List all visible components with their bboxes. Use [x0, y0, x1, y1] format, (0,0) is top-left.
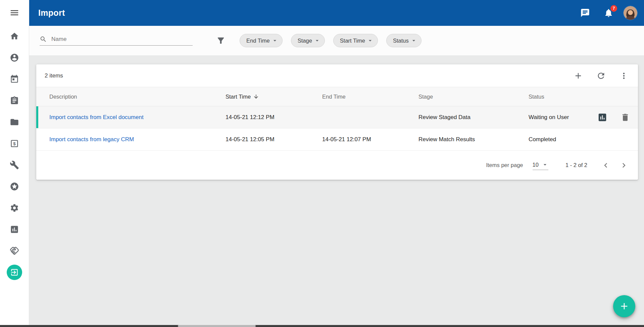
search-icon	[40, 36, 47, 43]
menu-toggle-button[interactable]	[0, 0, 29, 25]
pagination-range: 1 - 2 of 2	[565, 162, 587, 168]
scrollbar-thumb[interactable]	[178, 325, 256, 327]
more-options-button[interactable]	[619, 71, 629, 80]
cell-end-time: 14-05-21 12:07 PM	[322, 136, 418, 143]
sidebar-item-partners[interactable]	[0, 240, 29, 262]
chevron-down-icon	[271, 37, 278, 44]
pagination-bar: Items per page 10 1 - 2 of 2	[36, 151, 638, 180]
cell-stage: Review Match Results	[418, 136, 529, 143]
previous-page-button[interactable]	[601, 161, 610, 170]
sidebar-item-favorites[interactable]	[0, 176, 29, 197]
table-row[interactable]: Import contacts from Excel document 14-0…	[36, 106, 638, 128]
column-header-description[interactable]: Description	[49, 94, 226, 100]
clipboard-icon	[10, 96, 19, 105]
sidebar-item-settings[interactable]	[0, 197, 29, 219]
filter-button[interactable]	[216, 36, 226, 45]
funnel-icon	[216, 36, 226, 45]
wrench-icon	[10, 160, 19, 170]
sidebar-item-documents[interactable]	[0, 111, 29, 133]
calendar-icon	[10, 74, 19, 84]
sidebar-item-calendar[interactable]	[0, 68, 29, 90]
active-section-indicator	[7, 265, 22, 280]
notifications-button[interactable]: 7	[604, 8, 613, 18]
chat-icon	[580, 8, 590, 18]
cell-status: Completed	[529, 136, 556, 143]
sidebar	[0, 0, 29, 327]
chip-label: End Time	[246, 38, 270, 44]
page-size-value: 10	[533, 162, 539, 168]
import-summary-button[interactable]	[597, 112, 607, 122]
chip-label: Status	[393, 38, 409, 44]
chevron-right-icon	[619, 161, 629, 170]
star-circle-icon	[10, 182, 19, 191]
app-root: Import 7	[0, 0, 644, 327]
filter-chip-end-time[interactable]: End Time	[240, 34, 283, 47]
header-actions: 7	[580, 6, 637, 20]
sidebar-item-import[interactable]	[0, 262, 29, 283]
column-header-stage[interactable]: Stage	[418, 94, 529, 100]
messages-button[interactable]	[580, 8, 590, 18]
person-circle-icon	[10, 53, 19, 62]
cell-status: Waiting on User	[529, 114, 569, 121]
sidebar-item-tools[interactable]	[0, 154, 29, 176]
handshake-icon	[10, 246, 19, 256]
sidebar-item-tasks[interactable]	[0, 90, 29, 111]
filter-chip-status[interactable]: Status	[386, 34, 422, 47]
avatar-image	[624, 6, 637, 20]
plus-icon	[619, 301, 630, 312]
chevron-down-icon	[367, 37, 374, 44]
refresh-button[interactable]	[596, 71, 606, 80]
sidebar-item-reports[interactable]	[0, 219, 29, 240]
exit-to-app-icon	[10, 268, 19, 277]
cell-start-time: 14-05-21 12:12 PM	[226, 114, 322, 121]
row-actions	[597, 112, 630, 122]
new-import-fab[interactable]	[613, 295, 635, 317]
filter-bar: End Time Stage Start Time Status	[29, 26, 644, 55]
chip-label: Start Time	[340, 38, 365, 44]
sidebar-item-home[interactable]	[0, 25, 29, 47]
page-size-select[interactable]: 10	[533, 161, 548, 170]
import-list-card: 2 items Description Start Time End Time	[36, 64, 638, 180]
card-toolbar: 2 items	[36, 64, 638, 87]
toolbar-actions	[574, 71, 629, 80]
plus-icon	[574, 71, 583, 80]
page-title: Import	[38, 8, 65, 18]
search-input[interactable]	[51, 36, 193, 43]
sidebar-item-sales[interactable]	[0, 133, 29, 154]
gear-icon	[10, 203, 19, 213]
items-count: 2 items	[45, 72, 63, 79]
chevron-down-icon	[410, 37, 417, 44]
table-header-row: Description Start Time End Time Stage St…	[36, 87, 638, 106]
column-header-end-time[interactable]: End Time	[322, 94, 418, 100]
column-header-status[interactable]: Status	[529, 94, 638, 100]
bar-chart-icon	[10, 225, 19, 234]
user-avatar[interactable]	[624, 6, 637, 20]
kebab-icon	[619, 71, 629, 80]
hamburger-icon	[9, 8, 19, 18]
table-row[interactable]: Import contacts from legacy CRM 14-05-21…	[36, 128, 638, 151]
chevron-left-icon	[601, 161, 610, 170]
sort-descending-icon	[253, 94, 259, 100]
next-page-button[interactable]	[619, 161, 629, 170]
filter-chip-stage[interactable]: Stage	[291, 34, 325, 47]
chevron-down-icon	[542, 161, 548, 168]
home-icon	[10, 32, 19, 41]
delete-import-button[interactable]	[621, 113, 630, 122]
header: Import 7	[29, 0, 644, 26]
trash-icon	[621, 113, 630, 122]
refresh-icon	[596, 71, 606, 80]
chevron-down-icon	[314, 37, 320, 44]
folder-icon	[10, 117, 19, 127]
sidebar-item-contacts[interactable]	[0, 47, 29, 68]
add-item-button[interactable]	[574, 71, 583, 80]
dollar-square-icon	[10, 139, 19, 148]
chip-label: Stage	[298, 38, 312, 44]
import-record-link[interactable]: Import contacts from Excel document	[49, 114, 226, 121]
items-per-page-label: Items per page	[486, 162, 523, 168]
import-record-link[interactable]: Import contacts from legacy CRM	[49, 136, 226, 143]
filter-chip-start-time[interactable]: Start Time	[333, 34, 378, 47]
column-header-start-time[interactable]: Start Time	[226, 94, 322, 100]
notification-badge: 7	[610, 5, 617, 12]
horizontal-scrollbar	[0, 325, 644, 327]
cell-start-time: 14-05-21 12:05 PM	[226, 136, 322, 143]
